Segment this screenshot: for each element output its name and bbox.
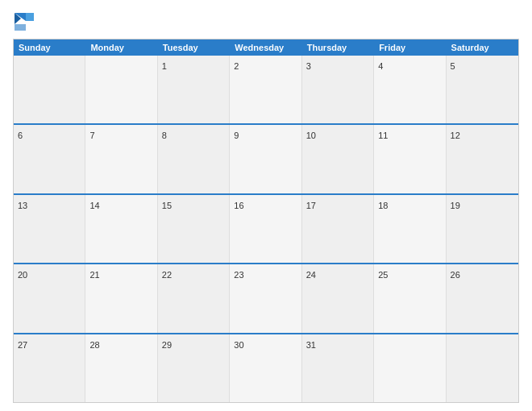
calendar-page: SundayMondayTuesdayWednesdayThursdayFrid… [0,0,532,411]
svg-marker-4 [15,24,26,31]
day-number: 23 [234,270,243,280]
day-cell [14,56,85,123]
logo [13,10,40,32]
day-cell: 9 [230,125,301,193]
day-number: 31 [306,340,316,350]
day-header-tuesday: Tuesday [158,39,230,56]
day-cell: 16 [230,195,301,263]
day-cell: 28 [85,334,157,402]
day-cell: 3 [302,56,374,123]
day-number: 22 [162,270,172,280]
week-row-1: 12345 [14,56,518,123]
day-cell: 19 [447,195,518,263]
day-number: 17 [306,201,316,210]
day-cell: 20 [14,264,85,332]
day-number: 15 [162,201,172,210]
day-number: 18 [378,201,388,210]
day-number: 7 [89,131,94,140]
day-cell: 17 [302,195,374,263]
day-number: 12 [451,131,460,140]
day-header-sunday: Sunday [14,39,85,56]
week-row-4: 20212223242526 [14,263,518,332]
day-header-wednesday: Wednesday [230,39,301,56]
calendar-grid: SundayMondayTuesdayWednesdayThursdayFrid… [13,39,519,403]
day-number: 8 [162,131,167,140]
day-cell: 18 [374,195,446,263]
day-number: 24 [306,270,316,280]
day-number: 2 [234,61,239,71]
day-cell: 25 [374,264,446,332]
day-number: 10 [306,131,316,140]
day-cell: 1 [158,56,230,123]
day-cell: 6 [14,125,85,193]
day-cell: 13 [14,195,85,263]
day-number: 4 [378,61,383,71]
day-cell: 14 [85,195,157,263]
day-number: 16 [234,201,243,210]
day-cell: 5 [447,56,518,123]
day-number: 25 [378,270,388,280]
week-row-3: 13141516171819 [14,193,518,263]
day-cell: 10 [302,125,374,193]
day-cell: 31 [302,334,374,402]
day-number: 28 [89,340,99,350]
day-header-saturday: Saturday [447,39,518,56]
weeks-container: 1234567891011121314151617181920212223242… [14,56,518,402]
day-number: 13 [18,201,27,210]
day-cell: 29 [158,334,230,402]
day-cell: 21 [85,264,157,332]
header [13,10,519,32]
day-number: 20 [18,270,27,280]
day-number: 21 [89,270,99,280]
day-cell: 27 [14,334,85,402]
day-number: 19 [451,201,460,210]
day-number: 9 [234,131,239,140]
day-cell: 30 [230,334,301,402]
day-number: 26 [451,270,460,280]
day-cell: 26 [447,264,518,332]
day-number: 1 [162,61,167,71]
day-cell: 12 [447,125,518,193]
day-cell: 15 [158,195,230,263]
day-cell: 22 [158,264,230,332]
day-cell: 8 [158,125,230,193]
day-cell: 11 [374,125,446,193]
day-cell [374,334,446,402]
day-cell: 4 [374,56,446,123]
week-row-5: 2728293031 [14,333,518,402]
day-number: 14 [89,201,99,210]
day-cell: 2 [230,56,301,123]
day-cell [447,334,518,402]
day-cell: 24 [302,264,374,332]
day-cell [85,56,157,123]
logo-icon [13,10,35,32]
day-headers-row: SundayMondayTuesdayWednesdayThursdayFrid… [14,39,518,56]
day-header-thursday: Thursday [302,39,374,56]
day-cell: 23 [230,264,301,332]
day-number: 29 [162,340,172,350]
day-header-monday: Monday [85,39,157,56]
day-cell: 7 [85,125,157,193]
day-header-friday: Friday [374,39,446,56]
week-row-2: 6789101112 [14,123,518,193]
day-number: 27 [18,340,27,350]
day-number: 11 [378,131,388,140]
day-number: 5 [451,61,455,71]
svg-marker-3 [26,13,34,21]
day-number: 30 [234,340,243,350]
day-number: 6 [18,131,23,140]
day-number: 3 [306,61,311,71]
